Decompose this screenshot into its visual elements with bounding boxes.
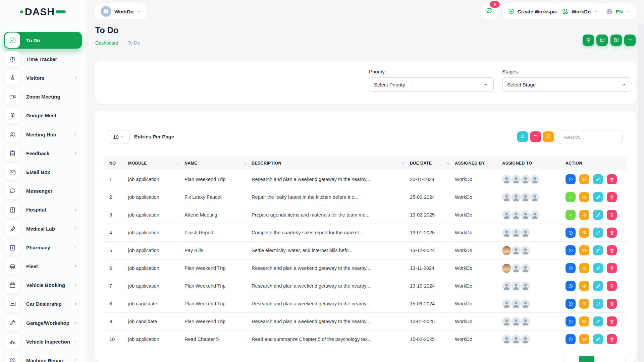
pagination-page[interactable] <box>595 356 610 362</box>
assignee-avatar <box>521 264 530 273</box>
clock-action-button[interactable] <box>566 174 576 184</box>
breadcrumb-home-link[interactable]: Dashboard <box>95 40 118 46</box>
trash-action-button[interactable] <box>607 299 617 309</box>
sidebar-item-zoom-meeting[interactable]: Zoom Meeting <box>4 88 82 105</box>
eye-action-button[interactable] <box>579 192 589 202</box>
clock-action-button[interactable] <box>566 334 576 344</box>
stage-select[interactable]: Select Stage <box>502 77 631 92</box>
clock-action-button[interactable] <box>566 281 576 291</box>
language-selector[interactable]: EN <box>600 3 637 19</box>
export-button[interactable] <box>517 131 528 142</box>
sidebar-item-label: Meeting Hub <box>26 132 56 137</box>
pagination-page[interactable] <box>564 356 579 362</box>
column-header-description[interactable]: DESCRIPTION <box>252 161 410 166</box>
eye-action-button[interactable] <box>579 316 589 326</box>
eye-action-button[interactable] <box>579 174 589 184</box>
clock-action-button[interactable] <box>566 263 576 273</box>
pencil-action-button[interactable] <box>593 334 603 344</box>
sidebar-item-vehicle-inspection[interactable]: Vehicle Inspection <box>4 333 82 350</box>
settings-button[interactable] <box>583 35 594 46</box>
pencil-action-button[interactable] <box>593 263 603 273</box>
table-row: 7job applicationPlan Weekend TripResearc… <box>104 277 627 295</box>
assigned-avatars <box>502 335 566 344</box>
sidebar-item-messenger[interactable]: Messenger <box>4 183 82 199</box>
add-todo-button[interactable] <box>624 35 636 46</box>
clock-action-button[interactable] <box>566 299 576 309</box>
pencil-action-button[interactable] <box>593 192 603 202</box>
column-header-due-date[interactable]: DUE DATE <box>410 161 455 166</box>
sidebar-item-feedback[interactable]: Feedback <box>4 145 82 162</box>
sidebar-item-medical-lab[interactable]: Medical Lab <box>4 220 82 237</box>
chevron-down-icon <box>137 9 142 14</box>
trash-action-button[interactable] <box>607 263 617 273</box>
eye-action-button[interactable] <box>579 334 589 344</box>
refresh-button[interactable] <box>543 131 554 142</box>
column-header-module[interactable]: MODULE <box>128 161 184 166</box>
sidebar-item-machine-repair[interactable]: Machine Repair <box>4 352 82 362</box>
row-actions <box>566 316 624 326</box>
eye-action-button[interactable] <box>579 210 589 220</box>
check-action-button[interactable] <box>566 192 576 202</box>
app-logo[interactable]: DASH <box>0 0 86 23</box>
column-header-name[interactable]: NAME <box>184 161 252 166</box>
trash-action-button[interactable] <box>607 316 617 326</box>
pagination-page[interactable] <box>610 356 625 362</box>
eye-action-button[interactable] <box>579 281 589 291</box>
sidebar-item-vehicle-booking[interactable]: Vehicle Booking <box>4 277 82 294</box>
sidebar-item-email-box[interactable]: EMail Box <box>4 164 82 180</box>
vertical-scrollbar[interactable] <box>638 23 644 362</box>
clock-action-button[interactable] <box>566 228 576 238</box>
workdo-menu[interactable]: WorkDo <box>556 3 604 19</box>
sidebar-item-label: Zoom Meeting <box>26 94 60 100</box>
eye-action-button[interactable] <box>579 299 589 309</box>
users-tile <box>5 127 20 142</box>
clock-icon <box>568 177 573 182</box>
eye-action-button[interactable] <box>579 245 589 255</box>
sidebar-item-google-meet[interactable]: Google Meet <box>4 107 82 124</box>
sidebar-item-pharmacy[interactable]: Pharmacy <box>4 239 82 256</box>
sidebar-item-car-dealership[interactable]: Car Dealership <box>4 296 82 312</box>
search-input[interactable] <box>559 130 623 144</box>
row-actions <box>566 263 624 273</box>
sidebar-item-to-do[interactable]: To Do <box>4 32 82 49</box>
trash-icon <box>609 266 614 271</box>
entries-per-page-select[interactable]: 10 <box>108 130 129 143</box>
trash-action-button[interactable] <box>607 245 617 255</box>
trash-icon <box>609 213 614 218</box>
messages-button[interactable]: 0 <box>481 3 498 19</box>
sidebar-item-garage-workshop[interactable]: Garage/Workshop <box>4 314 82 331</box>
pencil-action-button[interactable] <box>593 228 603 238</box>
pencil-action-button[interactable] <box>593 281 603 291</box>
pagination-page-active[interactable] <box>579 356 595 362</box>
sidebar-item-hospital[interactable]: Hospital <box>4 201 82 218</box>
calendar-view-button[interactable] <box>610 35 622 46</box>
trash-action-button[interactable] <box>607 228 617 238</box>
trash-action-button[interactable] <box>607 192 617 202</box>
sidebar-item-meeting-hub[interactable]: Meeting Hub <box>4 126 82 143</box>
check-action-button[interactable] <box>566 210 576 220</box>
clock-action-button[interactable] <box>566 316 576 326</box>
pencil-action-button[interactable] <box>593 210 603 220</box>
undo-button[interactable] <box>530 131 541 142</box>
row-actions <box>566 299 624 309</box>
sidebar-item-time-tracker[interactable]: Time Tracker <box>4 51 82 67</box>
eye-action-button[interactable] <box>579 228 589 238</box>
trash-action-button[interactable] <box>607 174 617 184</box>
chevron-down-icon <box>594 9 599 14</box>
table-view-button[interactable] <box>596 35 608 46</box>
sidebar-item-fleet[interactable]: Fleet <box>4 258 82 275</box>
clock-action-button[interactable] <box>566 245 576 255</box>
pencil-action-button[interactable] <box>593 299 603 309</box>
table-header-row: NOMODULENAMEDESCRIPTIONDUE DATEASSIGNED … <box>104 156 627 171</box>
sidebar-item-visitors[interactable]: Visitors <box>4 69 82 86</box>
workspace-selector[interactable]: WorkDo <box>95 3 147 19</box>
eye-action-button[interactable] <box>579 263 589 273</box>
pencil-action-button[interactable] <box>593 174 603 184</box>
plus-circle-icon <box>508 8 515 15</box>
pencil-action-button[interactable] <box>593 245 603 255</box>
trash-action-button[interactable] <box>607 334 617 344</box>
priority-select[interactable]: Select Priority <box>369 77 494 92</box>
trash-action-button[interactable] <box>607 281 617 291</box>
pencil-action-button[interactable] <box>593 316 603 326</box>
trash-action-button[interactable] <box>607 210 617 220</box>
